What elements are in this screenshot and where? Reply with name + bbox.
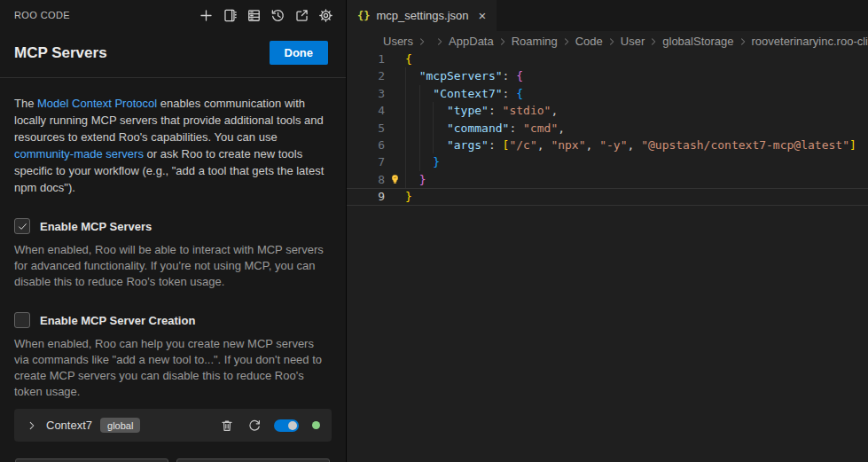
crumb-chevron-icon xyxy=(560,35,573,48)
lightbulb-icon[interactable] xyxy=(388,173,402,186)
notebook-icon[interactable] xyxy=(223,8,238,23)
intro-link[interactable]: Model Context Protocol xyxy=(37,97,157,110)
code-line-content: "mcpServers": { xyxy=(405,67,523,84)
code-token: : xyxy=(489,138,503,152)
code-token: : xyxy=(503,69,517,82)
setting-label: Enable MCP Servers xyxy=(40,220,152,233)
code-token: : xyxy=(509,121,523,135)
header-divider xyxy=(0,77,346,78)
setting-description: When enabled, Roo will be able to intera… xyxy=(14,242,332,290)
code-token xyxy=(405,69,419,82)
gear-icon[interactable] xyxy=(318,8,333,23)
code-line[interactable]: 5 "command": "cmd", xyxy=(347,120,868,137)
code-token xyxy=(405,173,419,186)
line-number: 2 xyxy=(347,67,385,84)
tab-mcp-settings-json[interactable]: {} mcp_settings.json × xyxy=(347,0,497,31)
json-braces-icon: {} xyxy=(357,10,370,22)
history-icon[interactable] xyxy=(270,8,285,23)
mcp-settings-list: Enable MCP ServersWhen enabled, Roo will… xyxy=(0,218,346,400)
code-token: : xyxy=(503,87,517,100)
server-scope-badge: global xyxy=(100,418,140,433)
code-token: "args" xyxy=(447,138,489,152)
open-external-icon[interactable] xyxy=(294,8,309,23)
breadcrumb-item[interactable]: globalStorage xyxy=(662,35,733,48)
code-line[interactable]: 9} xyxy=(347,188,868,205)
code-editor[interactable]: 1{2 "mcpServers": {3 "Context7": {4 "typ… xyxy=(347,51,868,462)
server-toggle-on[interactable] xyxy=(274,419,299,432)
done-button[interactable]: Done xyxy=(270,41,329,65)
line-number: 6 xyxy=(347,137,385,153)
code-line-content: } xyxy=(405,153,440,170)
code-token: { xyxy=(516,69,523,82)
mcp-footer-buttons: Edit Global MCPEdit Project MCP xyxy=(0,442,346,462)
code-line[interactable]: 8 } xyxy=(347,171,868,188)
code-line[interactable]: 4 "type": "stdio", xyxy=(347,102,868,119)
extension-title: ROO CODE xyxy=(14,10,70,20)
code-token: { xyxy=(516,87,523,100)
code-line[interactable]: 6 "args": ["/c", "npx", "-y", "@upstash/… xyxy=(347,137,868,153)
app-root: ROO CODE MCP Servers Done The Model Cont… xyxy=(0,0,868,462)
checkbox-checked[interactable] xyxy=(14,218,30,234)
line-number: 4 xyxy=(347,102,385,119)
tab-close-icon[interactable]: × xyxy=(479,9,487,22)
refresh-icon[interactable] xyxy=(247,419,262,433)
code-token: , xyxy=(628,138,642,152)
line-number: 3 xyxy=(347,85,385,102)
code-line[interactable]: 7 } xyxy=(347,153,868,170)
line-number: 7 xyxy=(347,153,385,170)
breadcrumb-item[interactable]: AppData xyxy=(449,35,494,48)
code-token: "stdio" xyxy=(503,104,551,117)
server-status-dot xyxy=(312,421,320,429)
code-token: "Context7" xyxy=(433,87,502,100)
breadcrumb-item[interactable]: Users xyxy=(383,35,413,48)
intro-text: The xyxy=(14,97,37,110)
setting-toggle[interactable]: Enable MCP Server Creation xyxy=(14,312,332,328)
breadcrumb-item[interactable]: User xyxy=(621,35,645,48)
breadcrumb-item[interactable]: Roaming xyxy=(512,35,558,48)
mcp-setting: Enable MCP ServersWhen enabled, Roo will… xyxy=(0,218,346,290)
code-line[interactable]: 3 "Context7": { xyxy=(347,85,868,102)
code-line[interactable]: 1{ xyxy=(347,51,868,67)
intro-link[interactable]: community-made servers xyxy=(14,147,144,161)
code-token: , xyxy=(558,121,565,135)
server-row[interactable]: Context7global xyxy=(14,409,332,442)
code-token: "type" xyxy=(447,104,489,117)
line-number: 5 xyxy=(347,120,385,137)
chevron-right-icon[interactable] xyxy=(26,419,38,432)
code-token: "mcpServers" xyxy=(419,69,503,82)
code-line-content: } xyxy=(405,188,412,205)
trash-icon[interactable] xyxy=(220,419,234,433)
server-stack-icon[interactable] xyxy=(246,8,262,23)
code-token: "/c" xyxy=(509,138,536,152)
breadcrumb-item[interactable]: rooveterinaryinc.roo-cli xyxy=(752,35,868,48)
crumb-chevron-icon xyxy=(737,35,749,48)
breadcrumb-item[interactable]: Code xyxy=(575,35,603,48)
toggle-knob xyxy=(288,421,297,430)
code-token: "cmd" xyxy=(523,121,558,135)
edit-global-mcp-button[interactable]: Edit Global MCP xyxy=(15,458,168,462)
code-token: , xyxy=(537,138,551,152)
code-token: } xyxy=(433,155,440,168)
mcp-server-list: Context7global xyxy=(0,409,346,442)
plus-icon[interactable] xyxy=(199,8,214,23)
breadcrumb: UsersAppDataRoamingCodeUserglobalStorage… xyxy=(347,31,868,51)
crumb-chevron-icon xyxy=(606,35,618,48)
editor-tab-bar: {} mcp_settings.json × xyxy=(347,0,868,31)
sidebar-header: ROO CODE xyxy=(0,0,346,30)
edit-project-mcp-button[interactable]: Edit Project MCP xyxy=(176,458,330,462)
sidebar-toolbar xyxy=(199,8,333,23)
checkbox-unchecked[interactable] xyxy=(14,312,30,328)
line-number: 8 xyxy=(347,171,385,188)
setting-toggle[interactable]: Enable MCP Servers xyxy=(14,218,332,234)
code-token: ] xyxy=(849,138,856,152)
line-number: 9 xyxy=(347,188,385,205)
roo-code-sidebar: ROO CODE MCP Servers Done The Model Cont… xyxy=(0,0,347,462)
code-token xyxy=(405,138,447,152)
code-line[interactable]: 2 "mcpServers": { xyxy=(347,67,868,84)
code-token: , xyxy=(551,104,558,117)
tab-filename: mcp_settings.json xyxy=(376,9,468,22)
crumb-chevron-icon xyxy=(416,35,428,48)
code-token: "@upstash/context7-mcp@latest" xyxy=(641,138,849,152)
code-token xyxy=(405,155,433,168)
page-title: MCP Servers xyxy=(14,44,107,62)
